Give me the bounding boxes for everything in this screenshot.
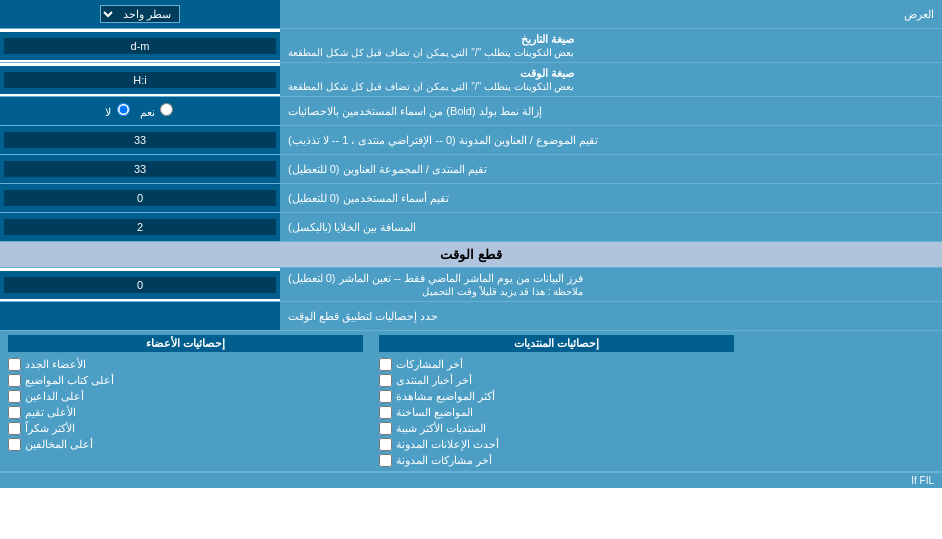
- topic-order-row: تقيم الموضوع / العناوين المدونة (0 -- ال…: [0, 126, 942, 155]
- checkbox-item-most-thanked: الأكثر شكراً: [8, 422, 363, 435]
- display-row: العرض سطر واحد سطران ثلاثة أسطر: [0, 0, 942, 29]
- checkbox-item-latest-announcements: أحدث الإعلانات المدونة: [379, 438, 734, 451]
- checkbox-item-top-inviters: أعلى الداعين: [8, 390, 363, 403]
- main-container: العرض سطر واحد سطران ثلاثة أسطر صيغة الت…: [0, 0, 942, 488]
- date-format-label: صيغة التاريخ بعض التكوينات يتطلب "/" الت…: [280, 29, 942, 62]
- col-forums-header: إحصائيات المنتديات: [379, 335, 734, 352]
- cutoff-input-wrap: [0, 271, 280, 299]
- stats-apply-row: حدد إحصاليات لتطبيق قطع الوقت: [0, 302, 942, 331]
- checkbox-new-members[interactable]: [8, 358, 21, 371]
- cutoff-label: فرز البيانات من يوم الماشر الماضي فقط --…: [280, 268, 942, 301]
- user-order-row: تقيم أسماء المستخدمين (0 للتعطيل): [0, 184, 942, 213]
- bold-remove-row: إزالة نمط بولد (Bold) من اسماء المستخدمي…: [0, 97, 942, 126]
- checkbox-col-spacer: [742, 335, 942, 467]
- checkbox-last-posts[interactable]: [379, 358, 392, 371]
- checkbox-hot-topics[interactable]: [379, 406, 392, 419]
- display-select-wrap: سطر واحد سطران ثلاثة أسطر: [0, 0, 280, 28]
- forum-order-input[interactable]: [4, 161, 276, 177]
- display-select[interactable]: سطر واحد سطران ثلاثة أسطر: [100, 5, 180, 23]
- checkbox-top-rated[interactable]: [8, 406, 21, 419]
- bold-remove-no-label: لا: [105, 103, 131, 119]
- checkbox-item-new-members: الأعضاء الجدد: [8, 358, 363, 371]
- date-format-input-wrap: [0, 32, 280, 60]
- checkbox-top-inviters[interactable]: [8, 390, 21, 403]
- checkbox-col-members: إحصائيات الأعضاء الأعضاء الجدد أعلى كتاب…: [0, 335, 371, 467]
- checkbox-item-similar-forums: المنتديات الأكثر شبية: [379, 422, 734, 435]
- time-format-row: صيغة الوقت بعض التكوينات يتطلب "/" التي …: [0, 63, 942, 97]
- time-format-input[interactable]: [4, 72, 276, 88]
- checkbox-item-top-rated: الأعلى تقيم: [8, 406, 363, 419]
- checkbox-forum-news[interactable]: [379, 374, 392, 387]
- checkbox-item-top-writers: أعلى كتاب المواضيع: [8, 374, 363, 387]
- date-format-input[interactable]: [4, 38, 276, 54]
- checkbox-top-writers[interactable]: [8, 374, 21, 387]
- stats-apply-input-wrap: [0, 302, 280, 330]
- checkbox-col-forums: إحصائيات المنتديات أخر المشاركات أخر أخب…: [371, 335, 742, 467]
- checkbox-most-viewed[interactable]: [379, 390, 392, 403]
- time-format-label: صيغة الوقت بعض التكوينات يتطلب "/" التي …: [280, 63, 942, 96]
- topic-order-input-wrap: [0, 126, 280, 154]
- checkbox-blog-posts[interactable]: [379, 454, 392, 467]
- cell-distance-input-wrap: [0, 213, 280, 241]
- checkbox-similar-forums[interactable]: [379, 422, 392, 435]
- checkbox-item-blog-posts: أخر مشاركات المدونة: [379, 454, 734, 467]
- bottom-note: If FIL: [0, 472, 942, 488]
- checkboxes-area: إحصائيات المنتديات أخر المشاركات أخر أخب…: [0, 331, 942, 472]
- checkbox-item-top-violators: أعلى المخالفين: [8, 438, 363, 451]
- user-order-input-wrap: [0, 184, 280, 212]
- bold-remove-yes-label: نعم: [140, 103, 175, 119]
- bold-remove-no-radio[interactable]: [117, 103, 130, 116]
- checkbox-item-hot-topics: المواضيع الساخنة: [379, 406, 734, 419]
- cutoff-section-header: قطع الوقت: [0, 242, 942, 268]
- checkbox-latest-announcements[interactable]: [379, 438, 392, 451]
- display-label: العرض: [280, 4, 942, 25]
- forum-order-label: تقيم المنتدى / المجموعة العناوين (0 للتع…: [280, 155, 942, 183]
- checkbox-top-violators[interactable]: [8, 438, 21, 451]
- topic-order-label: تقيم الموضوع / العناوين المدونة (0 -- ال…: [280, 126, 942, 154]
- forum-order-row: تقيم المنتدى / المجموعة العناوين (0 للتع…: [0, 155, 942, 184]
- topic-order-input[interactable]: [4, 132, 276, 148]
- checkbox-item-last-posts: أخر المشاركات: [379, 358, 734, 371]
- date-format-row: صيغة التاريخ بعض التكوينات يتطلب "/" الت…: [0, 29, 942, 63]
- time-format-input-wrap: [0, 66, 280, 94]
- checkbox-most-thanked[interactable]: [8, 422, 21, 435]
- user-order-input[interactable]: [4, 190, 276, 206]
- cutoff-input[interactable]: [4, 277, 276, 293]
- checkbox-item-most-viewed: أكثر المواضيع مشاهدة: [379, 390, 734, 403]
- stats-apply-label: حدد إحصاليات لتطبيق قطع الوقت: [280, 302, 942, 330]
- bold-remove-label: إزالة نمط بولد (Bold) من اسماء المستخدمي…: [280, 97, 942, 125]
- user-order-label: تقيم أسماء المستخدمين (0 للتعطيل): [280, 184, 942, 212]
- bold-remove-radio-wrap: نعم لا: [0, 97, 280, 125]
- cell-distance-label: المسافة بين الخلايا (بالبكسل): [280, 213, 942, 241]
- cutoff-row: فرز البيانات من يوم الماشر الماضي فقط --…: [0, 268, 942, 302]
- checkbox-item-forum-news: أخر أخبار المنتدى: [379, 374, 734, 387]
- bold-remove-yes-radio[interactable]: [160, 103, 173, 116]
- cell-distance-input[interactable]: [4, 219, 276, 235]
- cell-distance-row: المسافة بين الخلايا (بالبكسل): [0, 213, 942, 242]
- forum-order-input-wrap: [0, 155, 280, 183]
- col-members-header: إحصائيات الأعضاء: [8, 335, 363, 352]
